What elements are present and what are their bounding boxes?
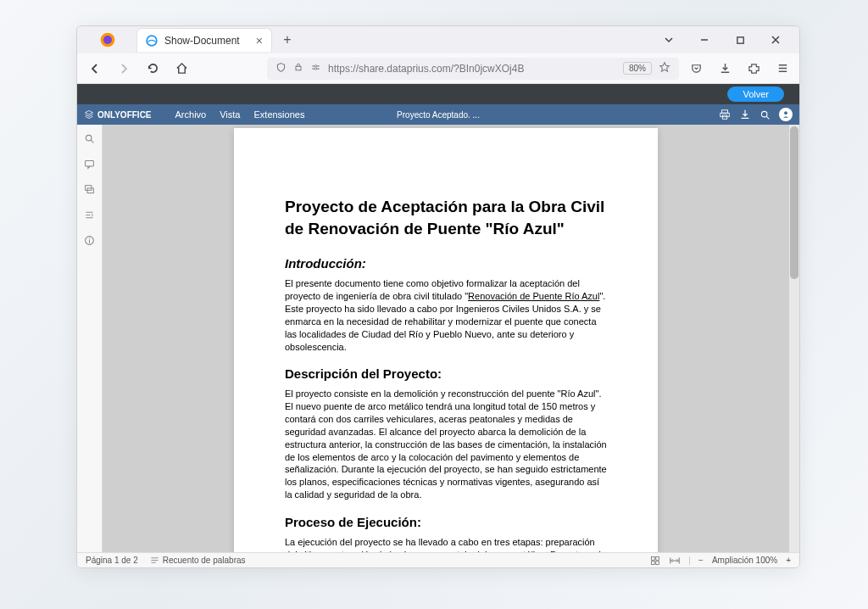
forward-button[interactable] <box>113 58 135 80</box>
editor-right-tools <box>719 108 793 121</box>
menu-items: Archivo Vista Extensiones <box>175 109 305 120</box>
svg-line-15 <box>766 116 769 119</box>
toolbar-icons <box>686 59 793 79</box>
intro-paragraph: El presente documento tiene como objetiv… <box>285 277 607 353</box>
permissions-icon[interactable] <box>310 62 321 75</box>
fit-width-icon[interactable] <box>669 556 681 566</box>
proc-paragraph: La ejecución del proyecto se ha llevado … <box>285 536 607 552</box>
left-rail <box>77 125 103 552</box>
tab-title: Show-Document <box>164 35 240 47</box>
print-icon[interactable] <box>719 109 731 120</box>
app-header-bar: Volver <box>77 84 799 104</box>
svg-rect-5 <box>296 66 301 70</box>
scrollbar[interactable] <box>789 125 799 552</box>
editor-menu-bar: ONLYOFFICE Archivo Vista Extensiones Pro… <box>77 104 799 125</box>
maximize-button[interactable] <box>728 28 752 52</box>
info-icon[interactable] <box>84 235 95 249</box>
address-box[interactable]: https://share.dataprius.com/?BIn0jcwXOj4… <box>267 58 679 80</box>
page-status[interactable]: Página 1 de 2 <box>86 556 138 565</box>
doc-title: Proyecto Aceptado. ... <box>397 110 480 120</box>
brand-icon <box>84 109 94 120</box>
find-icon[interactable] <box>84 133 95 147</box>
user-avatar[interactable] <box>779 108 793 121</box>
svg-point-14 <box>761 111 767 117</box>
svg-rect-28 <box>652 556 655 560</box>
svg-point-1 <box>103 36 112 44</box>
lock-icon[interactable] <box>293 62 303 75</box>
menu-view[interactable]: Vista <box>220 109 240 120</box>
list-icon <box>150 556 159 565</box>
menu-icon[interactable] <box>772 59 793 79</box>
svg-line-18 <box>91 140 93 142</box>
section-desc-heading: Descripción del Proyecto: <box>285 366 607 381</box>
close-window-button[interactable] <box>764 28 787 52</box>
doc-heading: Proyecto de Aceptación para la Obra Civi… <box>285 196 607 239</box>
tab-close-button[interactable]: × <box>256 34 263 47</box>
tab-bar: Show-Document × + <box>77 26 799 53</box>
menu-file[interactable]: Archivo <box>175 109 207 120</box>
content-area: Proyecto de Aceptación para la Obra Civi… <box>77 125 799 552</box>
divider <box>689 556 690 565</box>
svg-rect-19 <box>86 160 94 166</box>
url-bar: https://share.dataprius.com/?BIn0jcwXOj4… <box>77 53 799 84</box>
section-proc-heading: Proceso de Ejecución: <box>285 515 607 529</box>
reload-button[interactable] <box>142 58 164 80</box>
download-icon[interactable] <box>715 59 735 79</box>
extensions-icon[interactable] <box>743 59 764 79</box>
svg-point-16 <box>784 111 787 115</box>
menu-extensions[interactable]: Extensiones <box>253 109 304 120</box>
firefox-icon <box>99 31 116 48</box>
zoom-in-button[interactable]: + <box>786 556 791 565</box>
new-tab-button[interactable]: + <box>277 30 298 50</box>
svg-rect-11 <box>722 110 728 114</box>
zoom-badge[interactable]: 80% <box>623 62 652 75</box>
section-intro-heading: Introducción: <box>285 256 607 271</box>
svg-point-6 <box>314 64 316 66</box>
back-button[interactable] <box>84 58 106 80</box>
volver-button[interactable]: Volver <box>727 87 784 102</box>
browser-window: Show-Document × + https://share.datapriu… <box>76 25 800 568</box>
svg-point-7 <box>314 67 316 69</box>
scrollbar-thumb[interactable] <box>790 126 798 279</box>
svg-rect-29 <box>656 556 659 560</box>
doc-viewport[interactable]: Proyecto de Aceptación para la Obra Civi… <box>103 125 799 552</box>
bookmark-icon[interactable] <box>659 61 670 75</box>
fit-page-icon[interactable] <box>650 556 660 566</box>
zoom-value[interactable]: Ampliación 100% <box>712 556 777 565</box>
chevron-down-icon[interactable] <box>657 28 681 52</box>
brand-label: ONLYOFFICE <box>84 109 152 120</box>
comments-icon[interactable] <box>84 159 95 172</box>
wordcount-button[interactable]: Recuento de palabras <box>150 556 246 565</box>
home-button[interactable] <box>170 58 192 80</box>
browser-tab[interactable]: Show-Document × <box>136 28 272 52</box>
svg-rect-4 <box>737 36 743 42</box>
search-icon[interactable] <box>760 109 771 120</box>
zoom-out-button[interactable]: − <box>698 556 704 565</box>
url-text: https://share.dataprius.com/?BIn0jcwXOj4… <box>328 63 616 75</box>
navigation-icon[interactable] <box>84 210 95 223</box>
window-controls <box>657 28 793 52</box>
download-doc-icon[interactable] <box>739 109 751 120</box>
desc-paragraph: El proyecto consiste en la demolición y … <box>285 388 607 501</box>
svg-rect-31 <box>656 561 659 564</box>
svg-rect-30 <box>652 561 655 564</box>
status-bar: Página 1 de 2 Recuento de palabras − Amp… <box>77 552 799 567</box>
pocket-icon[interactable] <box>686 59 706 79</box>
chat-icon[interactable] <box>84 184 95 198</box>
shield-icon[interactable] <box>275 62 287 75</box>
minimize-button[interactable] <box>693 28 716 52</box>
document-page: Proyecto de Aceptación para la Obra Civi… <box>234 128 658 552</box>
svg-point-23 <box>89 237 90 238</box>
svg-point-17 <box>86 135 92 141</box>
tab-favicon-icon <box>146 35 158 47</box>
